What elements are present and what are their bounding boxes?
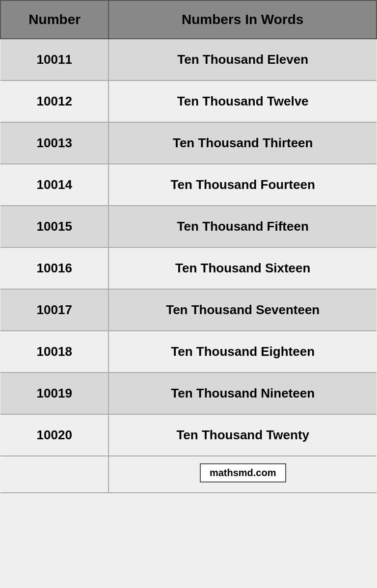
cell-words: Ten Thousand Fourteen	[108, 164, 377, 206]
cell-words: Ten Thousand Thirteen	[108, 122, 377, 164]
cell-number: 10011	[0, 39, 108, 80]
cell-number: 10018	[0, 331, 108, 373]
table-row: 10018Ten Thousand Eighteen	[0, 331, 377, 373]
header-number: Number	[0, 0, 108, 39]
table-row: 10012Ten Thousand Twelve	[0, 80, 377, 122]
table-row: 10016Ten Thousand Sixteen	[0, 247, 377, 289]
cell-words: Ten Thousand Nineteen	[108, 373, 377, 414]
table-row: 10015Ten Thousand Fifteen	[0, 206, 377, 247]
cell-words: Ten Thousand Seventeen	[108, 289, 377, 331]
table-row: 10011Ten Thousand Eleven	[0, 39, 377, 80]
cell-number: 10014	[0, 164, 108, 206]
cell-words: Ten Thousand Fifteen	[108, 206, 377, 247]
footer-empty	[0, 456, 108, 493]
footer-watermark-cell: mathsmd.com	[108, 456, 377, 493]
table-row: 10020Ten Thousand Twenty	[0, 414, 377, 456]
cell-number: 10019	[0, 373, 108, 414]
cell-number: 10020	[0, 414, 108, 456]
table-container: Number Numbers In Words 10011Ten Thousan…	[0, 0, 377, 493]
cell-number: 10016	[0, 247, 108, 289]
cell-number: 10017	[0, 289, 108, 331]
table-row: 10019Ten Thousand Nineteen	[0, 373, 377, 414]
cell-words: Ten Thousand Eighteen	[108, 331, 377, 373]
cell-number: 10013	[0, 122, 108, 164]
cell-words: Ten Thousand Twenty	[108, 414, 377, 456]
table-row: 10013Ten Thousand Thirteen	[0, 122, 377, 164]
cell-words: Ten Thousand Eleven	[108, 39, 377, 80]
table-row: 10017Ten Thousand Seventeen	[0, 289, 377, 331]
cell-number: 10015	[0, 206, 108, 247]
watermark-label: mathsmd.com	[200, 463, 286, 482]
cell-words: Ten Thousand Sixteen	[108, 247, 377, 289]
cell-words: Ten Thousand Twelve	[108, 80, 377, 122]
table-header-row: Number Numbers In Words	[0, 0, 377, 39]
table-row: 10014Ten Thousand Fourteen	[0, 164, 377, 206]
footer-row: mathsmd.com	[0, 456, 377, 493]
header-words: Numbers In Words	[108, 0, 377, 39]
cell-number: 10012	[0, 80, 108, 122]
numbers-table: Number Numbers In Words 10011Ten Thousan…	[0, 0, 377, 493]
